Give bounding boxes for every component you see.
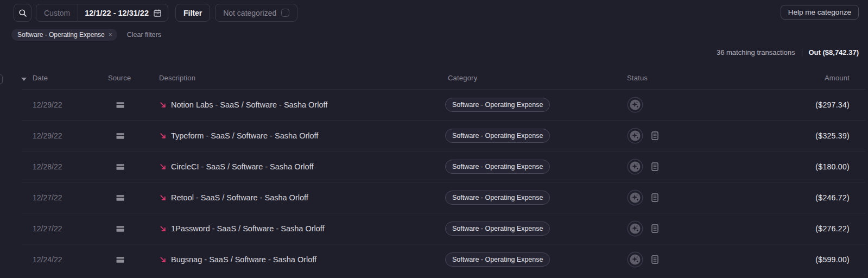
cell-description: Notion Labs - SaaS / Software - Sasha Or… (159, 90, 445, 120)
category-pill-label: Software - Operating Expense (452, 132, 543, 140)
cell-amount: ($276.22) (757, 213, 866, 244)
category-pill[interactable]: Software - Operating Expense (445, 222, 550, 236)
not-categorized-toggle[interactable]: Not categorized (215, 4, 297, 22)
document-icon[interactable] (651, 131, 658, 140)
summary-divider (802, 48, 802, 56)
cell-category: Software - Operating Expense (445, 182, 627, 213)
transaction-description: Notion Labs - SaaS / Software - Sasha Or… (171, 100, 327, 109)
cell-status (627, 151, 757, 182)
cell-date: 12/29/22 (22, 90, 105, 120)
cell-amount: ($325.39) (757, 121, 866, 151)
cell-status (627, 213, 757, 244)
date-range-button[interactable]: 12/1/22 - 12/31/22 (78, 4, 168, 21)
cell-source (105, 244, 159, 275)
category-pill-label: Software - Operating Expense (452, 101, 543, 109)
table-row[interactable]: 12/27/22 Retool - SaaS / Software - Sash… (22, 182, 866, 213)
table-header: Date Source Description Category Status … (22, 56, 866, 90)
category-pill[interactable]: Software - Operating Expense (445, 191, 550, 205)
category-pill[interactable]: Software - Operating Expense (445, 160, 550, 174)
matching-transactions-count: 36 matching transactions (717, 48, 795, 56)
bank-card-icon (116, 256, 124, 263)
transaction-description: Typeform - SaaS / Software - Sasha Orlof… (171, 131, 318, 140)
out-total: Out ($8,742.37) (809, 48, 859, 56)
document-icon[interactable] (651, 224, 658, 233)
cell-category: Software - Operating Expense (445, 213, 627, 244)
cell-amount: ($246.72) (757, 182, 866, 213)
auto-categorized-sparkle-icon (627, 251, 643, 268)
column-header-description: Description (159, 74, 445, 82)
category-pill-label: Software - Operating Expense (452, 225, 543, 232)
auto-categorized-sparkle-icon (627, 189, 643, 206)
toolbar: Custom 12/1/22 - 12/31/22 Filter Not cat… (0, 0, 868, 25)
money-out-arrow-icon (159, 101, 167, 109)
document-icon[interactable] (651, 193, 658, 202)
cell-date: 12/24/22 (22, 244, 105, 275)
range-mode-button[interactable]: Custom (36, 4, 78, 21)
money-out-arrow-icon (159, 132, 167, 140)
cell-description: Typeform - SaaS / Software - Sasha Orlof… (159, 121, 445, 151)
bank-card-icon (116, 163, 124, 170)
cell-amount: ($297.34) (757, 90, 866, 120)
search-button[interactable] (14, 4, 31, 22)
cell-status (627, 182, 757, 213)
category-pill[interactable]: Software - Operating Expense (445, 129, 550, 143)
category-pill[interactable]: Software - Operating Expense (445, 252, 550, 267)
cell-status (627, 121, 757, 151)
table-row[interactable]: 12/24/22 Bugsnag - SaaS / Software - Sas… (22, 244, 866, 275)
cell-source (105, 90, 159, 120)
cell-status (627, 244, 757, 275)
cell-amount: ($599.00) (757, 244, 866, 275)
remove-filter-icon[interactable]: × (109, 31, 112, 38)
column-header-amount: Amount (757, 74, 866, 82)
cell-source (105, 213, 159, 244)
table-row[interactable]: 12/28/22 CircleCI - SaaS / Software - Sa… (22, 151, 866, 182)
bank-card-icon (116, 132, 124, 140)
category-pill-label: Software - Operating Expense (452, 256, 543, 263)
cell-date: 12/29/22 (22, 121, 105, 151)
money-out-arrow-icon (159, 256, 167, 263)
column-header-status: Status (627, 74, 757, 82)
auto-categorized-sparkle-icon (627, 128, 643, 144)
bank-card-icon (116, 194, 124, 201)
transaction-description: CircleCI - SaaS / Software - Sasha Orlof… (171, 162, 313, 171)
auto-categorized-sparkle-icon (627, 97, 643, 113)
transaction-description: 1Password - SaaS / Software - Sasha Orlo… (171, 224, 325, 233)
table-row[interactable]: 12/29/22 Typeform - SaaS / Software - Sa… (22, 121, 866, 151)
category-pill[interactable]: Software - Operating Expense (445, 98, 550, 112)
date-range-value: 12/1/22 - 12/31/22 (85, 9, 149, 17)
chevron-down-icon[interactable] (21, 78, 27, 81)
cell-status (627, 90, 757, 120)
select-all-checkbox[interactable] (0, 74, 3, 84)
document-icon[interactable] (651, 162, 658, 171)
filter-chip-label: Software - Operating Expense (17, 31, 105, 39)
money-out-arrow-icon (159, 225, 167, 232)
transaction-description: Bugsnag - SaaS / Software - Sasha Orloff (171, 255, 316, 264)
category-pill-label: Software - Operating Expense (452, 163, 543, 170)
not-categorized-checkbox[interactable] (281, 9, 289, 17)
table-row[interactable]: 12/29/22 Notion Labs - SaaS / Software -… (22, 90, 866, 121)
active-filters-row: Software - Operating Expense × Clear fil… (0, 29, 868, 41)
not-categorized-label: Not categorized (223, 9, 276, 17)
cell-source (105, 182, 159, 213)
cell-description: Bugsnag - SaaS / Software - Sasha Orloff (159, 244, 445, 275)
cell-category: Software - Operating Expense (445, 90, 627, 120)
filter-button[interactable]: Filter (175, 4, 210, 22)
cell-amount: ($180.00) (757, 151, 866, 182)
category-pill-label: Software - Operating Expense (452, 194, 543, 201)
cell-category: Software - Operating Expense (445, 121, 627, 151)
cell-source (105, 121, 159, 151)
help-me-categorize-button[interactable]: Help me categorize (781, 5, 859, 20)
cell-date: 12/27/22 (22, 213, 105, 244)
clear-filters-link[interactable]: Clear filters (127, 31, 161, 39)
column-header-source: Source (105, 74, 159, 82)
cell-source (105, 151, 159, 182)
table-row[interactable]: 12/27/22 1Password - SaaS / Software - S… (22, 213, 866, 244)
select-all-control (0, 74, 31, 85)
cell-date: 12/28/22 (22, 151, 105, 182)
document-icon[interactable] (651, 255, 658, 264)
bank-card-icon (116, 101, 124, 109)
auto-categorized-sparkle-icon (627, 220, 643, 237)
auto-categorized-sparkle-icon (627, 159, 643, 175)
filter-chip-software-operating-expense[interactable]: Software - Operating Expense × (11, 29, 117, 41)
date-range-control: Custom 12/1/22 - 12/31/22 (36, 4, 168, 22)
